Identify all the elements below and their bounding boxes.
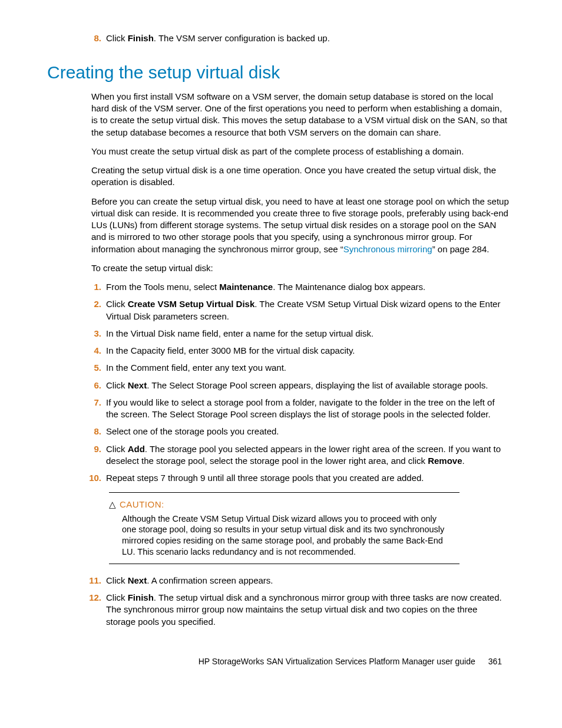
list-text: If you would like to select a storage po…	[106, 397, 495, 419]
paragraph: Before you can create the setup virtual …	[91, 196, 509, 255]
page-number: 361	[488, 657, 502, 666]
list-text: In the Comment field, enter any text you…	[106, 363, 286, 373]
paragraph: To create the setup virtual disk:	[91, 262, 509, 274]
list-item: 9.Click Add. The storage pool you select…	[88, 443, 509, 467]
list-item: 12.Click Finish. The setup virtual disk …	[88, 592, 509, 628]
list-text: Repeat steps 7 through 9 until all three…	[106, 473, 424, 483]
list-number: 7.	[88, 397, 101, 409]
list-number: 12.	[88, 592, 101, 604]
list-text: Select one of the storage pools you crea…	[106, 426, 279, 436]
list-text: Click Finish. The VSM server configurati…	[106, 33, 330, 43]
list-item: 8.Select one of the storage pools you cr…	[88, 426, 509, 437]
cross-reference-link[interactable]: Synchronous mirroring	[343, 244, 432, 254]
list-text: From the Tools menu, select Maintenance.…	[106, 282, 425, 292]
list-text: Click Finish. The setup virtual disk and…	[106, 592, 502, 627]
continuation-list: 8. Click Finish. The VSM server configur…	[91, 32, 509, 44]
footer-title: HP StorageWorks SAN Virtualization Servi…	[199, 657, 475, 666]
page-content: 8. Click Finish. The VSM server configur…	[0, 0, 562, 691]
list-item: 1.From the Tools menu, select Maintenanc…	[88, 281, 509, 293]
list-number: 8.	[88, 426, 101, 437]
list-text: In the Virtual Disk name field, enter a …	[106, 328, 373, 338]
page-footer: HP StorageWorks SAN Virtualization Servi…	[47, 656, 509, 667]
list-item: 8. Click Finish. The VSM server configur…	[88, 32, 509, 44]
list-item: 4.In the Capacity field, enter 3000 MB f…	[88, 345, 509, 357]
section-body: When you first install VSM software on a…	[91, 91, 509, 628]
list-item: 5.In the Comment field, enter any text y…	[88, 362, 509, 374]
list-number: 9.	[88, 443, 101, 455]
list-number: 11.	[88, 575, 101, 587]
list-number: 8.	[88, 32, 101, 44]
paragraph: You must create the setup virtual disk a…	[91, 146, 509, 157]
list-number: 4.	[88, 345, 101, 357]
list-text: Click Next. A confirmation screen appear…	[106, 575, 273, 585]
paragraph: Creating the setup virtual disk is a one…	[91, 164, 509, 189]
list-item: 10.Repeat steps 7 through 9 until all th…	[88, 472, 509, 484]
list-text: Click Create VSM Setup Virtual Disk. The…	[106, 299, 500, 321]
list-number: 1.	[88, 281, 101, 293]
section-heading: Creating the setup virtual disk	[47, 61, 509, 85]
list-number: 2.	[88, 298, 101, 310]
list-item: 3.In the Virtual Disk name field, enter …	[88, 328, 509, 340]
paragraph: When you first install VSM software on a…	[91, 91, 509, 139]
list-item: 6.Click Next. The Select Storage Pool sc…	[88, 380, 509, 391]
list-number: 5.	[88, 362, 101, 374]
list-number: 6.	[88, 380, 101, 391]
list-number: 3.	[88, 328, 101, 340]
caution-icon: △	[109, 499, 116, 510]
list-item: 11.Click Next. A confirmation screen app…	[88, 575, 509, 587]
list-item: 2.Click Create VSM Setup Virtual Disk. T…	[88, 298, 509, 322]
ordered-steps: 1.From the Tools menu, select Maintenanc…	[88, 281, 509, 484]
list-text: Click Next. The Select Storage Pool scre…	[106, 380, 488, 390]
list-text: In the Capacity field, enter 3000 MB for…	[106, 345, 355, 355]
ordered-steps: 11.Click Next. A confirmation screen app…	[88, 575, 509, 628]
list-text: Click Add. The storage pool you selected…	[106, 444, 501, 466]
list-number: 10.	[88, 472, 101, 484]
list-item: 7.If you would like to select a storage …	[88, 397, 509, 421]
caution-label: CAUTION:	[120, 499, 164, 510]
caution-text: Although the Create VSM Setup Virtual Di…	[122, 513, 448, 558]
caution-admonition: △ CAUTION: Although the Create VSM Setup…	[109, 492, 459, 564]
